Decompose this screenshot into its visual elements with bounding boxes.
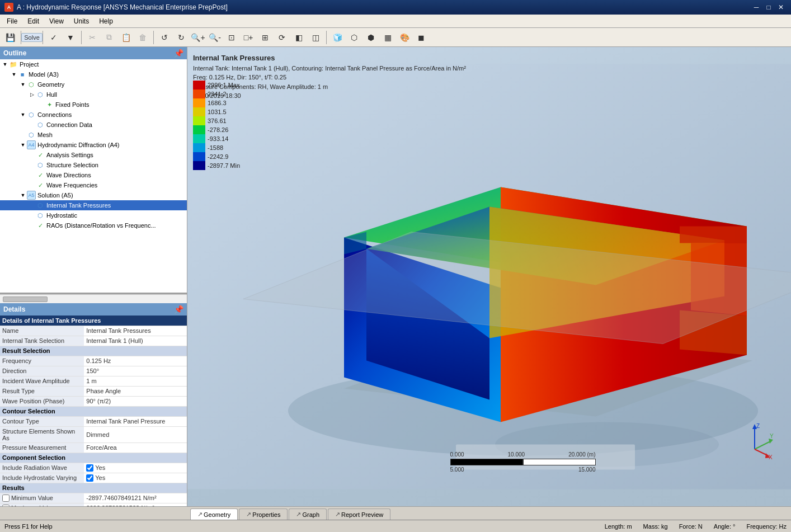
cut-button[interactable]: ✂ bbox=[84, 30, 100, 45]
wireframe-btn[interactable]: ⬡ bbox=[346, 30, 362, 45]
solve-button[interactable]: Solve bbox=[24, 30, 40, 45]
tree-item-model[interactable]: ▼ ■ Model (A3) bbox=[0, 69, 187, 79]
menu-help[interactable]: Help bbox=[95, 16, 117, 26]
3d-scene bbox=[187, 47, 791, 506]
title-bar: A A : Hydrodynamic Response [ANSYS Mecha… bbox=[0, 0, 791, 15]
legend-label-9: -2897.7 Min bbox=[208, 162, 240, 169]
menu-edit[interactable]: Edit bbox=[23, 16, 44, 26]
surface-btn[interactable]: ⬢ bbox=[363, 30, 379, 45]
detail-row-hydrostatic: Include Hydrostatic Varying Yes bbox=[0, 473, 187, 483]
expander-connections[interactable]: ▼ bbox=[19, 111, 27, 119]
hydrostatic-checkbox[interactable] bbox=[86, 474, 93, 482]
tree-item-connectiondata[interactable]: ⬡ Connection Data bbox=[0, 120, 187, 130]
tree-item-structureselection[interactable]: ⬡ Structure Selection bbox=[0, 160, 187, 170]
scroll-thumb[interactable] bbox=[3, 296, 48, 302]
tree-item-connections[interactable]: ▼ ⬡ Connections bbox=[0, 110, 187, 120]
tree-item-solution[interactable]: ▼ A5 Solution (A5) bbox=[0, 190, 187, 200]
status-mass: Mass: kg bbox=[643, 523, 668, 530]
dropdown-button[interactable]: ▼ bbox=[63, 30, 78, 45]
maximize-button[interactable]: □ bbox=[763, 2, 774, 12]
tree-item-internaltank[interactable]: ⬡ Internal Tank Pressures bbox=[0, 200, 187, 210]
delete-button[interactable]: 🗑 bbox=[135, 30, 150, 45]
legend-color-9 bbox=[193, 161, 205, 170]
outline-title: Outline bbox=[3, 49, 26, 57]
edges-btn[interactable]: ▦ bbox=[380, 30, 396, 45]
expander-solution[interactable]: ▼ bbox=[19, 191, 27, 199]
scale-label-2: 10.000 bbox=[508, 451, 525, 458]
expander-project[interactable]: ▼ bbox=[1, 60, 9, 68]
details-pin[interactable]: 📌 bbox=[174, 305, 183, 314]
copy-button[interactable]: ⧉ bbox=[101, 30, 117, 45]
paste-button[interactable]: 📋 bbox=[118, 30, 134, 45]
tab-graph[interactable]: ↗ Graph bbox=[289, 509, 327, 520]
tree-item-wavedirections[interactable]: ✓ Wave Directions bbox=[0, 170, 187, 180]
tree-item-geometry[interactable]: ▼ ⬡ Geometry bbox=[0, 79, 187, 90]
geometry-icon: ⬡ bbox=[27, 80, 36, 89]
view-button[interactable]: ◫ bbox=[308, 30, 323, 45]
zoomfit-button[interactable]: ⊡ bbox=[224, 30, 239, 45]
redo-button[interactable]: ↻ bbox=[173, 30, 189, 45]
tree-item-wavefreq[interactable]: ✓ Wave Frequencies bbox=[0, 180, 187, 190]
analysissettings-icon: ✓ bbox=[36, 150, 45, 159]
status-help: Press F1 for Help bbox=[4, 523, 53, 530]
details-table: Details of Internal Tank Pressures Name … bbox=[0, 316, 187, 506]
detail-row-radiation: Include Radiation Wave Yes bbox=[0, 463, 187, 473]
menu-file[interactable]: File bbox=[2, 16, 22, 26]
tab-properties[interactable]: ↗ Properties bbox=[239, 509, 288, 520]
tab-graph-label: Graph bbox=[302, 511, 319, 518]
tree-item-mesh[interactable]: ⬡ Mesh bbox=[0, 130, 187, 140]
tree-item-raos[interactable]: ✓ RAOs (Distance/Rotation vs Frequenc... bbox=[0, 220, 187, 230]
window-controls[interactable]: ─ □ ✕ bbox=[751, 2, 787, 12]
zoomout-button[interactable]: 🔍- bbox=[207, 30, 223, 45]
tab-geometry[interactable]: ↗ Geometry bbox=[190, 509, 238, 520]
zoom-box-button[interactable]: □+ bbox=[241, 30, 256, 45]
internaltank-icon: ⬡ bbox=[36, 201, 45, 210]
radiation-checkbox[interactable] bbox=[86, 464, 93, 472]
tree-item-project[interactable]: ▼ 📁 Project bbox=[0, 59, 187, 69]
maxval-checkbox[interactable] bbox=[2, 505, 10, 507]
outline-scroll[interactable] bbox=[0, 294, 187, 303]
material-btn[interactable]: ◼ bbox=[413, 30, 429, 45]
expander-hydrodiff[interactable]: ▼ bbox=[19, 141, 27, 149]
tab-report[interactable]: ↗ Report Preview bbox=[328, 509, 390, 520]
svg-text:Z: Z bbox=[756, 423, 760, 429]
zoomin-button[interactable]: 🔍+ bbox=[190, 30, 206, 45]
status-angle: Angle: ° bbox=[714, 523, 736, 530]
tree-item-hull[interactable]: ▷ ⬡ Hull bbox=[0, 90, 187, 100]
model-btn[interactable]: 🧊 bbox=[329, 30, 345, 45]
tree-item-hydrodiff[interactable]: ▼ A4 Hydrodynamic Diffraction (A4) bbox=[0, 140, 187, 150]
prop-value-name[interactable]: Internal Tank Pressures bbox=[84, 326, 187, 336]
color-btn[interactable]: 🎨 bbox=[397, 30, 412, 45]
expander-wavefreq bbox=[28, 181, 36, 189]
tab-report-label: Report Preview bbox=[341, 511, 383, 518]
prop-value-tanksel[interactable]: Internal Tank 1 (Hull) bbox=[84, 336, 187, 346]
axis-indicator: Z Y X bbox=[735, 421, 774, 462]
close-button[interactable]: ✕ bbox=[775, 2, 787, 12]
expander-geometry[interactable]: ▼ bbox=[19, 81, 27, 88]
zoom-region-button[interactable]: ⊞ bbox=[257, 30, 273, 45]
viewport-panel[interactable]: Internal Tank Pressures Internal Tank: I… bbox=[187, 47, 791, 506]
outline-pin[interactable]: 📌 bbox=[174, 49, 183, 58]
app-icon: A bbox=[4, 3, 13, 12]
check-button[interactable]: ✓ bbox=[46, 30, 62, 45]
legend-color-2 bbox=[193, 98, 205, 107]
expander-hull[interactable]: ▷ bbox=[28, 91, 36, 98]
minval-checkbox[interactable] bbox=[2, 495, 10, 502]
tree-item-fixedpoints[interactable]: ✦ Fixed Points bbox=[0, 100, 187, 110]
menu-units[interactable]: Units bbox=[69, 16, 93, 26]
tree-item-analysissettings[interactable]: ✓ Analysis Settings bbox=[0, 150, 187, 160]
detail-row-name: Name Internal Tank Pressures bbox=[0, 326, 187, 336]
expander-structureselection bbox=[28, 161, 36, 169]
outline-header: Outline 📌 bbox=[0, 47, 187, 59]
legend-label-8: -2242.9 bbox=[208, 153, 228, 160]
tree-item-hydrostatic[interactable]: ⬡ Hydrostatic bbox=[0, 210, 187, 220]
connectiondata-icon: ⬡ bbox=[36, 120, 45, 129]
isometric-button[interactable]: ◧ bbox=[291, 30, 307, 45]
save-button[interactable]: 💾 bbox=[2, 30, 18, 45]
rotate-button[interactable]: ⟳ bbox=[274, 30, 290, 45]
minimize-button[interactable]: ─ bbox=[751, 2, 762, 12]
legend-color-8 bbox=[193, 152, 205, 161]
menu-view[interactable]: View bbox=[45, 16, 68, 26]
undo-button[interactable]: ↺ bbox=[157, 30, 172, 45]
expander-model[interactable]: ▼ bbox=[10, 70, 18, 78]
